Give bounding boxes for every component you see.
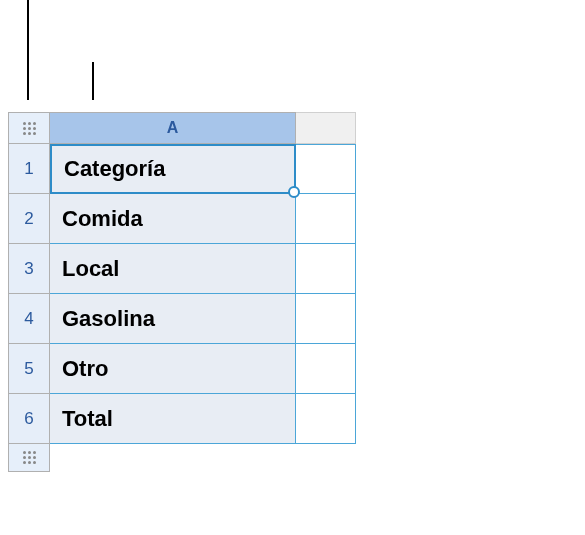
cell-value: Total bbox=[62, 406, 113, 432]
cell-a5[interactable]: Otro bbox=[50, 344, 296, 394]
row-header-4[interactable]: 4 bbox=[8, 294, 50, 344]
row-header-2[interactable]: 2 bbox=[8, 194, 50, 244]
footer-row bbox=[8, 444, 378, 472]
cell-a6[interactable]: Total bbox=[50, 394, 296, 444]
callout-line-column-header bbox=[92, 62, 94, 100]
grid-dots-icon bbox=[23, 122, 36, 135]
column-header-row: A bbox=[8, 112, 378, 144]
cell-b2[interactable] bbox=[296, 194, 356, 244]
column-header-a[interactable]: A bbox=[50, 112, 296, 144]
callout-line-row-header bbox=[27, 0, 29, 100]
cell-value: Local bbox=[62, 256, 119, 282]
cell-b5[interactable] bbox=[296, 344, 356, 394]
spreadsheet-table: A 1 Categoría 2 Comida 3 Local 4 Gasolin… bbox=[8, 112, 378, 472]
row-header-6[interactable]: 6 bbox=[8, 394, 50, 444]
row-header-3[interactable]: 3 bbox=[8, 244, 50, 294]
cell-b3[interactable] bbox=[296, 244, 356, 294]
cell-value: Categoría bbox=[64, 156, 165, 182]
column-header-empty[interactable] bbox=[296, 112, 356, 144]
cell-a2[interactable]: Comida bbox=[50, 194, 296, 244]
cell-a1[interactable]: Categoría bbox=[50, 144, 296, 194]
cell-value: Otro bbox=[62, 356, 108, 382]
table-row: 5 Otro bbox=[8, 344, 378, 394]
cell-a4[interactable]: Gasolina bbox=[50, 294, 296, 344]
table-row: 1 Categoría bbox=[8, 144, 378, 194]
cell-b4[interactable] bbox=[296, 294, 356, 344]
selection-handle[interactable] bbox=[288, 186, 300, 198]
table-row: 2 Comida bbox=[8, 194, 378, 244]
grid-dots-icon bbox=[23, 451, 36, 464]
cell-value: Gasolina bbox=[62, 306, 155, 332]
add-row-handle[interactable] bbox=[8, 444, 50, 472]
row-header-5[interactable]: 5 bbox=[8, 344, 50, 394]
select-all-corner[interactable] bbox=[8, 112, 50, 144]
table-row: 4 Gasolina bbox=[8, 294, 378, 344]
row-header-1[interactable]: 1 bbox=[8, 144, 50, 194]
cell-a3[interactable]: Local bbox=[50, 244, 296, 294]
table-row: 6 Total bbox=[8, 394, 378, 444]
table-row: 3 Local bbox=[8, 244, 378, 294]
cell-b1[interactable] bbox=[296, 144, 356, 194]
cell-b6[interactable] bbox=[296, 394, 356, 444]
cell-value: Comida bbox=[62, 206, 143, 232]
